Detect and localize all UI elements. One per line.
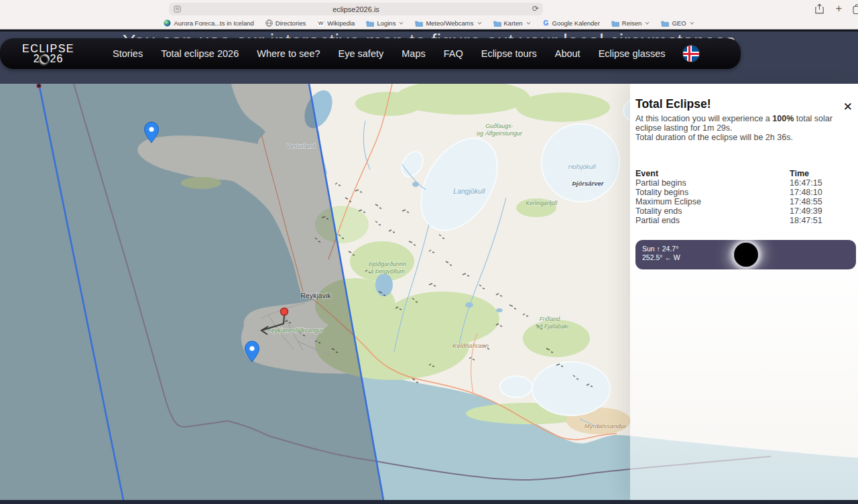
chevron-down-icon bbox=[526, 21, 531, 25]
bookmark-label: Meteo/Webcams bbox=[426, 19, 473, 27]
event-row: Maximum Eclipse17:48:55 bbox=[635, 197, 851, 206]
map-label: Kerlingarfjöll bbox=[526, 200, 558, 206]
panel-duration: Total duration of the eclipse will be 2h… bbox=[635, 133, 851, 142]
map-label: Keldnahraun bbox=[452, 342, 489, 349]
bookmark-item[interactable]: Reisen bbox=[611, 19, 650, 27]
folder-icon bbox=[366, 20, 374, 27]
bookmark-label: Google Kalender bbox=[552, 19, 600, 27]
nav-item-eye-safety[interactable]: Eye safety bbox=[339, 48, 384, 59]
folder-icon bbox=[415, 20, 423, 27]
logo-line2: 226 bbox=[12, 54, 84, 64]
line-start-marker bbox=[37, 84, 42, 88]
map-label: Þjóðgarðurinn bbox=[369, 261, 406, 267]
folder-icon bbox=[611, 20, 619, 27]
bookmark-label: Reisen bbox=[622, 19, 642, 27]
map-label: Guðlaugs- bbox=[485, 123, 513, 129]
eclipse-info-panel: ✕ Total Eclipse! At this location you wi… bbox=[630, 84, 858, 500]
map-label: að Fjallabaki bbox=[536, 323, 569, 330]
map-label: Friðland bbox=[540, 316, 560, 322]
tab-overview-icon[interactable] bbox=[853, 3, 858, 15]
event-row: Totality begins17:48:10 bbox=[635, 188, 851, 197]
event-row: Partial begins16:47:15 bbox=[635, 178, 851, 188]
chevron-down-icon bbox=[399, 21, 404, 25]
bookmark-item[interactable]: GGoogle Kalender bbox=[542, 19, 600, 27]
url-text: eclipse2026.is bbox=[332, 5, 379, 13]
window-actions: + bbox=[814, 0, 858, 17]
svg-text:G: G bbox=[543, 19, 548, 27]
folder-icon bbox=[661, 20, 669, 27]
bookmark-item[interactable]: Aurora Foreca...ts in Iceland bbox=[164, 19, 253, 27]
globe-icon bbox=[265, 19, 273, 27]
nav-item-eclipse-tours[interactable]: Eclipse tours bbox=[481, 48, 537, 59]
chevron-down-icon bbox=[477, 21, 482, 25]
nav-item-about[interactable]: About bbox=[555, 48, 580, 59]
close-icon[interactable]: ✕ bbox=[843, 101, 853, 113]
chevron-down-icon bbox=[690, 21, 694, 25]
bookmark-label: Aurora Foreca...ts in Iceland bbox=[174, 19, 253, 27]
bookmark-label: GEO bbox=[672, 19, 686, 27]
logo-line1: ECLIPSE bbox=[12, 44, 84, 54]
share-icon[interactable] bbox=[814, 3, 825, 15]
sun-position-box: Sun ↑ 24.7° 252.5° ← W bbox=[635, 240, 856, 269]
selected-location-pin[interactable] bbox=[281, 308, 288, 316]
svg-text:W: W bbox=[318, 20, 324, 26]
aurora-favicon bbox=[164, 19, 171, 27]
panel-title: Total Eclipse! bbox=[635, 97, 851, 111]
panel-summary: At this location you will experience a 1… bbox=[635, 114, 851, 133]
browser-chrome: eclipse2026.is ⟳ + Aurora Foreca...ts in… bbox=[0, 0, 858, 29]
map-label: Mýrdalssandur bbox=[585, 422, 627, 430]
sun-position-text: Sun ↑ 24.7° 252.5° ← W bbox=[642, 245, 680, 262]
new-tab-icon[interactable]: + bbox=[833, 3, 845, 15]
nav-item-total-eclipse-2026[interactable]: Total eclipse 2026 bbox=[161, 48, 239, 59]
event-table: Event Time Partial begins16:47:15Totalit… bbox=[635, 169, 851, 225]
chevron-down-icon bbox=[645, 21, 650, 25]
bookmark-item[interactable]: Meteo/Webcams bbox=[415, 19, 481, 27]
bookmark-item[interactable]: Logins bbox=[366, 19, 404, 27]
screen: eclipse2026.is ⟳ + Aurora Foreca...ts in… bbox=[0, 0, 858, 504]
main-navigation: ECLIPSE 226 StoriesTotal eclipse 2026Whe… bbox=[0, 38, 741, 69]
event-table-header: Event Time bbox=[635, 169, 851, 178]
nav-item-where-to-see-[interactable]: Where to see? bbox=[257, 48, 320, 59]
google-favicon: G bbox=[542, 19, 550, 27]
map-label: Hofsjökull bbox=[568, 163, 596, 170]
bookmark-item[interactable]: Karten bbox=[493, 19, 531, 27]
iceland-flag-icon[interactable] bbox=[683, 46, 699, 62]
map-label: Reykjanesfólkvangur bbox=[267, 327, 324, 334]
map-label: Reykjavik bbox=[301, 292, 332, 300]
site-logo[interactable]: ECLIPSE 226 bbox=[12, 44, 84, 64]
map-label: og Álfgeirstungur bbox=[477, 130, 523, 137]
obscuration-value: 100% bbox=[772, 114, 794, 123]
bookmarks-bar: Aurora Foreca...ts in IcelandDirectories… bbox=[0, 17, 858, 29]
address-bar[interactable]: eclipse2026.is ⟳ bbox=[169, 3, 543, 15]
url-row: eclipse2026.is ⟳ + bbox=[0, 0, 858, 17]
nav-item-stories[interactable]: Stories bbox=[113, 48, 143, 59]
map-label: á Þingvöllum bbox=[370, 268, 405, 275]
wikipedia-icon: W bbox=[317, 19, 324, 27]
bookmark-label: Wikipedia bbox=[327, 19, 355, 27]
total-eclipse-photo bbox=[734, 243, 758, 267]
bookmark-item[interactable]: WWikipedia bbox=[317, 19, 355, 27]
nav-item-eclipse-glasses[interactable]: Eclipse glasses bbox=[599, 48, 666, 59]
nav-item-faq[interactable]: FAQ bbox=[444, 48, 463, 59]
nav-items: StoriesTotal eclipse 2026Where to see?Ey… bbox=[113, 48, 666, 59]
page-top-band: You can use our interactive map to figur… bbox=[0, 29, 858, 84]
bookmark-item[interactable]: Directories bbox=[265, 19, 306, 27]
map-label: Þjórsárver bbox=[572, 180, 604, 187]
map-label: Langjökull bbox=[453, 187, 485, 195]
reload-icon[interactable]: ⟳ bbox=[532, 4, 539, 13]
reader-icon[interactable] bbox=[174, 5, 181, 14]
eclipse-logo-icon bbox=[41, 54, 50, 63]
nav-item-maps[interactable]: Maps bbox=[402, 48, 425, 59]
bookmark-label: Karten bbox=[504, 19, 523, 27]
event-row: Totality ends17:49:39 bbox=[635, 206, 851, 216]
map-label: Vesturland bbox=[287, 143, 316, 149]
event-row: Partial ends18:47:51 bbox=[635, 216, 851, 225]
bookmark-label: Logins bbox=[377, 19, 395, 27]
bookmark-item[interactable]: GEO bbox=[661, 19, 694, 27]
bookmark-label: Directories bbox=[275, 19, 306, 27]
folder-icon bbox=[493, 20, 501, 27]
